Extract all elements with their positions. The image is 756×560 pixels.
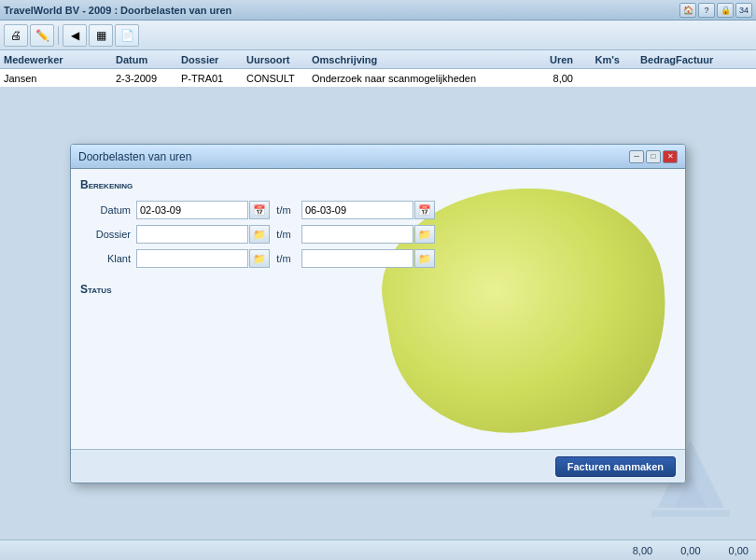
status-uren: 8,00 [633,545,652,556]
back-button[interactable]: ◀ [63,24,87,47]
datum-to-input[interactable] [301,201,413,219]
title-bar-text: TravelWorld BV - 2009 : Doorbelasten van… [4,5,231,16]
cell-uren: 8,00 [526,73,573,84]
cell-dossier: P-TRA01 [181,73,246,84]
table-row: Jansen 2-3-2009 P-TRA01 CONSULT Onderzoe… [0,69,756,88]
dossier-to-input[interactable] [301,225,413,244]
toolbar-sep-1 [58,26,59,45]
facturen-aanmaken-button[interactable]: Facturen aanmaken [555,456,676,477]
doc-button[interactable]: 📄 [115,24,139,47]
datum-tm-label: t/m [270,204,298,216]
title-bar-controls: 🏠 ? 🔒 34 [679,3,752,18]
cell-datum: 2-3-2009 [116,73,181,84]
dossier-from-input[interactable] [136,225,248,244]
klant-from-browse-button[interactable]: 📁 [249,249,270,268]
cell-uursoort: CONSULT [246,73,312,84]
klant-tm-label: t/m [270,253,298,264]
count-badge: 34 [735,3,752,18]
col-header-medewerker: Medewerker [4,54,116,65]
dialog-title-controls: ─ □ ✕ [629,150,678,163]
dossier-from-browse-button[interactable]: 📁 [249,225,270,244]
dialog-close-button[interactable]: ✕ [663,150,678,163]
cell-medewerker: Jansen [4,73,116,84]
dossier-row: Dossier 📁 t/m 📁 [80,225,676,244]
dialog-content: Berekening Datum 📅 t/m 📅 Dossier 📁 t/m [71,169,685,449]
klant-row: Klant 📁 t/m 📁 [80,249,676,268]
grid-button[interactable]: ▦ [89,24,113,47]
berekening-label: Berekening [80,178,676,191]
col-header-datum: Datum [116,54,181,65]
col-header-dossier: Dossier [181,54,246,65]
dialog: Doorbelasten van uren ─ □ ✕ Berekening D… [70,144,686,483]
dossier-label: Dossier [80,229,136,240]
col-header-kms: Km's [573,54,620,65]
dialog-title-text: Doorbelasten van uren [78,150,191,163]
datum-to-calendar-button[interactable]: 📅 [414,201,435,219]
status-label: Status [80,283,676,296]
col-header-bedrag: Bedrag [620,54,676,65]
help-icon[interactable]: ? [698,3,715,18]
datum-from-calendar-button[interactable]: 📅 [249,201,270,219]
col-header-uursoort: Uursoort [246,54,312,65]
klant-label: Klant [80,253,136,264]
dossier-tm-label: t/m [270,229,298,240]
edit-button[interactable]: ✏️ [30,24,54,47]
table-header: Medewerker Datum Dossier Uursoort Omschr… [0,50,756,69]
col-header-omschrijving: Omschrijving [312,54,526,65]
status-kms: 0,00 [680,545,700,556]
cell-omschrijving: Onderzoek naar scanmogelijkheden [312,73,526,84]
lock-icon[interactable]: 🔒 [717,3,734,18]
dialog-footer: Facturen aanmaken [71,449,685,483]
datum-label: Datum [80,204,136,216]
title-bar: TravelWorld BV - 2009 : Doorbelasten van… [0,0,756,21]
dialog-maximize-button[interactable]: □ [646,150,661,163]
dialog-title-bar: Doorbelasten van uren ─ □ ✕ [71,145,685,169]
print-button[interactable]: 🖨 [4,24,28,47]
dialog-overlay: Doorbelasten van uren ─ □ ✕ Berekening D… [0,88,756,539]
datum-row: Datum 📅 t/m 📅 [80,201,676,219]
status-section: Status [80,283,676,296]
status-bedrag: 0,00 [729,545,749,556]
klant-to-input[interactable] [301,249,413,268]
col-header-factuur: Factuur [676,54,732,65]
dialog-minimize-button[interactable]: ─ [629,150,644,163]
main-area: Doorbelasten van uren ─ □ ✕ Berekening D… [0,88,756,539]
toolbar: 🖨 ✏️ ◀ ▦ 📄 [0,21,756,50]
dossier-to-browse-button[interactable]: 📁 [414,225,435,244]
home-icon[interactable]: 🏠 [679,3,696,18]
datum-from-input[interactable] [136,201,248,219]
col-header-uren: Uren [526,54,573,65]
status-bar: 8,00 0,00 0,00 [0,539,756,560]
klant-to-browse-button[interactable]: 📁 [414,249,435,268]
klant-from-input[interactable] [136,249,248,268]
